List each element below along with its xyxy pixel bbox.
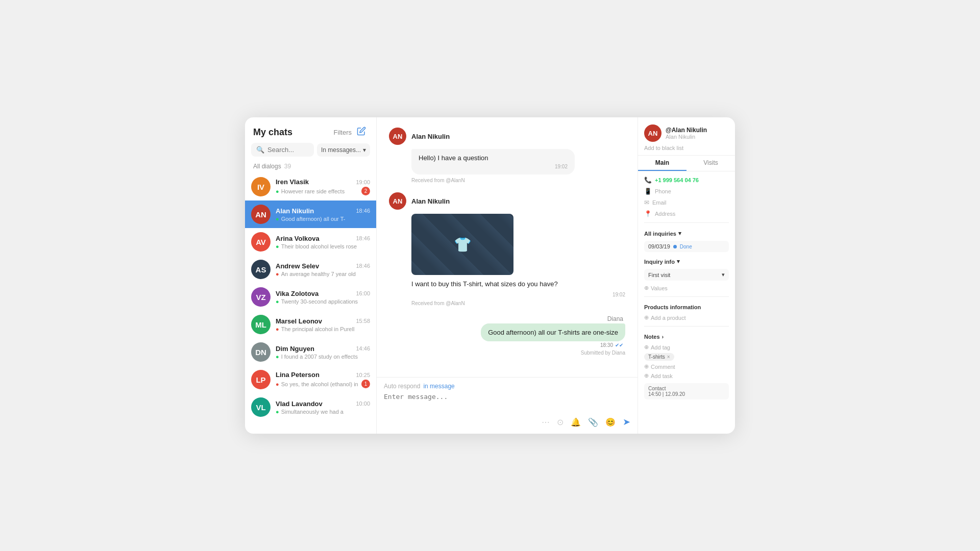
- chat-name: Andrew Selev: [276, 262, 319, 270]
- chat-item[interactable]: DN Dim Nguyen 14:46 ● I found a 2007 stu…: [245, 338, 376, 366]
- dots-icon[interactable]: ⋯: [542, 417, 550, 427]
- auto-respond-link[interactable]: in message: [423, 383, 454, 390]
- contact-box-label: Contact: [648, 386, 725, 391]
- chat-item[interactable]: IV Iren Vlasik 19:00 ● However rare side…: [245, 173, 376, 201]
- search-bar: 🔍 In messages... ▾: [251, 143, 370, 157]
- chat-preview-row: ● Twenty 30-second applications: [276, 298, 370, 305]
- main-chat: AN Alan Nikulin Hello) I have a question…: [377, 117, 638, 434]
- chat-preview: So yes, the alcohol (ethanol) in: [281, 381, 358, 387]
- contact-phone: +1 999 564 04 76: [655, 177, 699, 183]
- reddit-icon: ●: [276, 271, 279, 277]
- chat-name: Alan Nikulin: [276, 207, 314, 215]
- panel-tabs: MainVisits: [638, 156, 735, 171]
- chat-item[interactable]: VL Vlad Lavandov 10:00 ● Simultaneously …: [245, 393, 376, 421]
- inquiry-date: 09/03/19: [648, 243, 670, 249]
- chat-preview-row: ● Good afternoon) all our T-: [276, 216, 370, 222]
- all-inquiries-section[interactable]: All inquiries ▾: [644, 230, 729, 237]
- panel-body: 📞 +1 999 564 04 76 📱 Phone ✉ Email 📍 Add…: [638, 171, 735, 434]
- add-tag-link[interactable]: ⊕ Add tag: [644, 344, 729, 350]
- search-input-wrap[interactable]: 🔍: [251, 143, 314, 157]
- whatsapp-icon: ●: [276, 298, 279, 305]
- message-text-below: I want to buy this T-shirt, what sizes d…: [411, 280, 625, 288]
- comment-link[interactable]: ⊕ Comment: [644, 363, 729, 370]
- chat-preview: Simultaneously we had a: [281, 409, 344, 415]
- chat-item[interactable]: AS Andrew Selev 18:46 ● An average healt…: [245, 256, 376, 283]
- search-in-dropdown[interactable]: In messages... ▾: [317, 143, 370, 157]
- chat-time: 10:00: [356, 400, 370, 407]
- first-visit-dropdown[interactable]: First visit ▾: [644, 269, 729, 281]
- add-task-link[interactable]: ⊕ Add task: [644, 372, 729, 379]
- filters-button[interactable]: Filters: [334, 129, 352, 136]
- notes-label: Notes: [644, 334, 660, 340]
- tab-visits[interactable]: Visits: [687, 156, 735, 171]
- tab-main[interactable]: Main: [638, 156, 687, 171]
- inquiry-info-section[interactable]: Inquiry info ▾: [644, 258, 729, 265]
- search-icon: 🔍: [256, 146, 264, 154]
- blacklist-link[interactable]: Add to black list: [644, 145, 729, 151]
- notes-section[interactable]: Notes ›: [644, 334, 729, 340]
- avatar: IV: [251, 177, 271, 196]
- chat-name-row: Vlad Lavandov 10:00: [276, 400, 370, 408]
- chat-info: Dim Nguyen 14:46 ● I found a 2007 study …: [276, 345, 370, 360]
- avatar: AN: [251, 205, 271, 224]
- contact-address-field: 📍 Address: [644, 210, 729, 217]
- chat-preview-row: ● An average healthy 7 year old: [276, 271, 370, 277]
- chat-preview: Good afternoon) all our T-: [281, 216, 346, 222]
- search-input[interactable]: [267, 146, 309, 154]
- chat-item[interactable]: LP Lina Peterson 10:25 ● So yes, the alc…: [245, 366, 376, 393]
- message-bubble-outgoing: Good afternoon) all our T-shirts are one…: [481, 323, 625, 341]
- attach-icon[interactable]: 📎: [588, 417, 598, 427]
- chevron-icon-2: ▾: [677, 258, 680, 265]
- chat-time: 14:46: [356, 345, 370, 352]
- comment-label: Comment: [651, 364, 675, 370]
- unread-badge: 2: [361, 187, 370, 195]
- emoji-icon[interactable]: 😊: [605, 417, 616, 427]
- chat-preview: Twenty 30-second applications: [281, 298, 358, 305]
- chat-list: IV Iren Vlasik 19:00 ● However rare side…: [245, 173, 376, 434]
- add-product-link[interactable]: ⊕ Add a product: [644, 314, 729, 321]
- chat-time: 18:46: [356, 208, 370, 214]
- compose-icon[interactable]: [357, 127, 368, 138]
- chat-item[interactable]: AV Arina Volkova 18:46 ● Their blood alc…: [245, 228, 376, 256]
- chat-time: 18:46: [356, 263, 370, 269]
- email-label: Email: [652, 199, 667, 206]
- chat-info: Vika Zolotova 16:00 ● Twenty 30-second a…: [276, 290, 370, 305]
- address-label: Address: [655, 211, 675, 217]
- message-time: 19:02: [411, 292, 625, 297]
- tag-remove-icon[interactable]: ×: [667, 354, 670, 360]
- values-link[interactable]: ⊕ Values: [644, 285, 729, 291]
- toolbar-row: ⋯ ⊙ 🔔 📎 😊 ➤: [384, 416, 630, 428]
- tag-text: T-shirts: [648, 354, 665, 360]
- chat-name-row: Arina Volkova 18:46: [276, 235, 370, 242]
- inquiry-info-label: Inquiry info: [644, 259, 675, 265]
- record-icon[interactable]: ⊙: [557, 417, 564, 427]
- all-dialogs-count: 39: [284, 163, 291, 170]
- chat-info: Iren Vlasik 19:00 ● However rare side ef…: [276, 178, 370, 195]
- chat-item[interactable]: VZ Vika Zolotova 16:00 ● Twenty 30-secon…: [245, 283, 376, 311]
- search-in-label: In messages...: [321, 146, 361, 154]
- chat-item[interactable]: ML Marsel Leonov 15:58 ● The principal a…: [245, 311, 376, 338]
- message-avatar: AN: [389, 128, 406, 145]
- add-product-label: Add a product: [651, 315, 686, 321]
- chat-info: Marsel Leonov 15:58 ● The principal alco…: [276, 317, 370, 332]
- message-input[interactable]: [384, 393, 630, 411]
- contact-avatar: AN: [644, 124, 662, 142]
- chat-item[interactable]: AN Alan Nikulin 18:46 ● Good afternoon) …: [245, 201, 376, 228]
- bell-icon[interactable]: 🔔: [571, 417, 581, 427]
- divider-2: [644, 296, 729, 297]
- whatsapp-icon: ●: [276, 216, 279, 222]
- message-group-outgoing: Diana Good afternoon) all our T-shirts a…: [389, 315, 625, 356]
- contact-box: Contact 14:50 | 12.09.20: [644, 383, 729, 399]
- send-button[interactable]: ➤: [623, 416, 630, 428]
- chat-info: Andrew Selev 18:46 ● An average healthy …: [276, 262, 370, 277]
- status-done: Done: [680, 244, 692, 249]
- chat-name: Vlad Lavandov: [276, 400, 323, 408]
- whatsapp-icon: ●: [276, 188, 279, 194]
- message-avatar: AN: [389, 192, 406, 210]
- contact-email-field: ✉ Email: [644, 199, 729, 206]
- chat-name-row: Vika Zolotova 16:00: [276, 290, 370, 297]
- chat-time: 16:00: [356, 290, 370, 296]
- chat-preview: However rare side effects: [281, 188, 345, 194]
- chat-time: 18:46: [356, 235, 370, 241]
- email-icon: ✉: [644, 199, 649, 206]
